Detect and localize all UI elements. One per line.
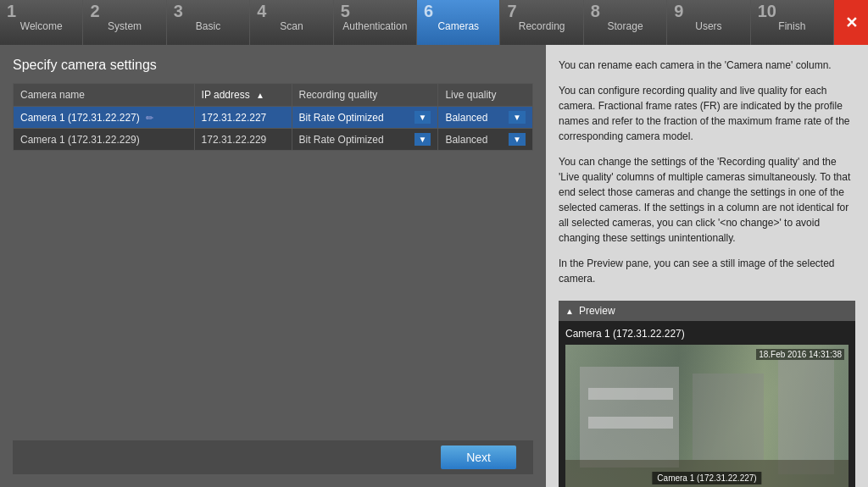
col-label-ip: IP address	[202, 89, 250, 101]
recording-quality-text-0: Bit Rate Optimized	[299, 112, 384, 124]
left-panel: Specify camera settings Camera name IP a…	[0, 45, 546, 487]
chevron-up-icon: ▲	[565, 307, 574, 316]
live-quality-dropdown-0[interactable]: ▼	[509, 111, 526, 124]
nav-step-finish[interactable]: 10 Finish	[751, 0, 834, 45]
close-button[interactable]: ✕	[834, 0, 868, 45]
col-label-live: Live quality	[445, 89, 496, 101]
sort-arrow-icon: ▲	[256, 91, 264, 100]
cell-live-0: Balanced ▼	[438, 107, 533, 129]
nav-step-system[interactable]: 2 System	[83, 0, 166, 45]
cell-recording-0: Bit Rate Optimized ▼	[292, 107, 438, 129]
col-label-camera-name: Camera name	[20, 89, 85, 101]
cell-ip-0: 172.31.22.227	[194, 107, 292, 129]
recording-quality-dropdown-0[interactable]: ▼	[415, 111, 431, 124]
recording-quality-text-1: Bit Rate Optimized	[299, 134, 384, 146]
preview-image: 18.Feb 2016 14:31:38 Camera 1 (172.31.22…	[565, 345, 849, 487]
close-icon: ✕	[845, 14, 858, 32]
step-number-7: 7	[507, 2, 516, 21]
live-quality-text-1: Balanced	[445, 134, 487, 146]
top-navigation: 1 Welcome 2 System 3 Basic 4 Scan 5 Auth…	[0, 0, 868, 45]
shelf-bar-2	[588, 417, 673, 429]
table-header-row: Camera name IP address ▲ Recording quali…	[14, 84, 533, 107]
col-label-recording: Recording quality	[299, 89, 378, 101]
step-number-6: 6	[424, 2, 433, 21]
cell-camera-name-0: Camera 1 (172.31.22.227) ✏	[14, 107, 195, 129]
col-ip-address[interactable]: IP address ▲	[194, 84, 292, 107]
live-quality-dropdown-1[interactable]: ▼	[509, 133, 526, 146]
ip-text-0: 172.31.22.227	[202, 112, 267, 124]
step-number-1: 1	[7, 2, 16, 21]
nav-step-welcome[interactable]: 1 Welcome	[0, 0, 83, 45]
main-content: Specify camera settings Camera name IP a…	[0, 45, 868, 487]
right-panel: You can rename each camera in the 'Camer…	[546, 45, 868, 487]
preview-title: Preview	[579, 305, 615, 317]
shelf-unit-right	[778, 359, 835, 474]
step-label-storage: Storage	[608, 20, 643, 32]
step-number-4: 4	[257, 2, 266, 21]
step-number-9: 9	[674, 2, 683, 21]
step-label-authentication: Authentication	[342, 20, 407, 32]
live-quality-text-0: Balanced	[445, 112, 487, 124]
nav-step-recording[interactable]: 7 Recording	[500, 0, 583, 45]
panel-title: Specify camera settings	[13, 58, 533, 73]
camera-timestamp: 18.Feb 2016 14:31:38	[756, 349, 844, 360]
step-label-recording: Recording	[519, 20, 565, 32]
preview-section: ▲ Preview Camera 1 (172.31.22.227) 18.Fe…	[559, 301, 855, 487]
help-text-3: You can change the settings of the 'Reco…	[559, 154, 855, 246]
nav-step-cameras[interactable]: 6 Cameras	[417, 0, 500, 45]
step-label-scan: Scan	[280, 20, 303, 32]
col-camera-name[interactable]: Camera name	[14, 84, 195, 107]
preview-body: Camera 1 (172.31.22.227) 18.Feb 2016 14:…	[559, 321, 855, 487]
recording-quality-dropdown-1[interactable]: ▼	[415, 133, 431, 146]
nav-step-basic[interactable]: 3 Basic	[167, 0, 250, 45]
help-text-1: You can rename each camera in the 'Camer…	[559, 58, 855, 73]
shelf-unit-center	[693, 374, 764, 460]
step-label-basic: Basic	[196, 20, 220, 32]
cell-camera-name-1: Camera 1 (172.31.22.229)	[14, 129, 195, 151]
step-number-3: 3	[174, 2, 183, 21]
step-label-cameras: Cameras	[437, 20, 479, 32]
camera-name-text-0: Camera 1 (172.31.22.227)	[20, 112, 140, 124]
preview-header: ▲ Preview	[559, 301, 855, 321]
step-number-8: 8	[591, 2, 600, 21]
camera-table: Camera name IP address ▲ Recording quali…	[13, 83, 533, 151]
nav-step-authentication[interactable]: 5 Authentication	[334, 0, 417, 45]
step-label-welcome: Welcome	[20, 20, 63, 32]
cell-ip-1: 172.31.22.229	[194, 129, 292, 151]
step-number-10: 10	[758, 2, 776, 21]
step-label-finish: Finish	[778, 20, 805, 32]
help-text-4: In the Preview pane, you can see a still…	[559, 256, 855, 286]
step-label-users: Users	[695, 20, 721, 32]
step-label-system: System	[108, 20, 142, 32]
camera-overlay-label: Camera 1 (172.31.22.227)	[652, 472, 761, 484]
step-number-5: 5	[341, 2, 350, 21]
camera-name-text-1: Camera 1 (172.31.22.229)	[20, 134, 140, 146]
ip-text-1: 172.31.22.229	[202, 134, 267, 146]
nav-step-storage[interactable]: 8 Storage	[584, 0, 667, 45]
col-live-quality[interactable]: Live quality	[438, 84, 533, 107]
cell-recording-1: Bit Rate Optimized ▼	[292, 129, 438, 151]
step-number-2: 2	[90, 2, 99, 21]
col-recording-quality[interactable]: Recording quality	[292, 84, 438, 107]
help-text-2: You can configure recording quality and …	[559, 83, 855, 144]
table-row[interactable]: Camera 1 (172.31.22.229) 172.31.22.229 B…	[14, 129, 533, 151]
bottom-bar: Next	[13, 440, 533, 474]
preview-camera-label: Camera 1 (172.31.22.227)	[565, 328, 849, 340]
shelf-bar-1	[588, 388, 673, 400]
edit-icon-0[interactable]: ✏	[146, 113, 153, 123]
nav-step-scan[interactable]: 4 Scan	[250, 0, 333, 45]
cell-live-1: Balanced ▼	[438, 129, 533, 151]
nav-step-users[interactable]: 9 Users	[667, 0, 750, 45]
next-button[interactable]: Next	[441, 445, 516, 469]
table-row[interactable]: Camera 1 (172.31.22.227) ✏ 172.31.22.227…	[14, 107, 533, 129]
